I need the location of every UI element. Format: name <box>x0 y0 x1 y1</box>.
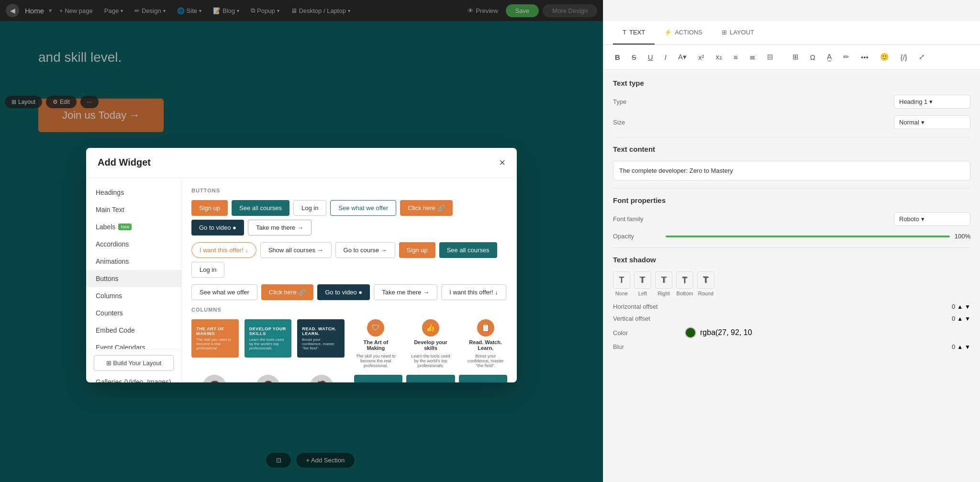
omega-button[interactable]: Ω <box>808 51 817 63</box>
sidebar-item-columns[interactable]: Columns <box>86 287 181 304</box>
color-swatch[interactable] <box>685 327 696 338</box>
v-offset-value: 0 ▲ ▼ <box>952 315 970 322</box>
widget-content-area: BUTTONS Sign up See all courses Log in S… <box>182 178 517 382</box>
sidebar-item-embed-code[interactable]: Embed Code <box>86 322 181 339</box>
avatar-col-2[interactable]: 👨 Develop your skills Learn the tools us… <box>245 375 291 382</box>
sidebar-item-headings[interactable]: Headings <box>86 184 181 201</box>
sidebar-item-counters[interactable]: Counters <box>86 304 181 322</box>
icon-col-3[interactable]: 📋 Read. Watch. Learn. Boost your confide… <box>464 319 507 368</box>
avatar-columns: 👩 The Art of Making The skill you need t… <box>191 375 345 382</box>
icon-col-title-1: The Art of Making <box>354 339 398 351</box>
strikethrough-button[interactable]: S <box>630 51 638 63</box>
tab-text[interactable]: T TEXT <box>613 21 655 45</box>
h-offset-down[interactable]: ▼ <box>965 303 970 310</box>
list-ol-button[interactable]: ≣ <box>747 51 757 63</box>
underline-button[interactable]: U <box>646 51 655 63</box>
color-value-text: rgba(27, 92, 10 <box>700 328 752 337</box>
btn-take-me-1[interactable]: Take me there → <box>248 220 312 235</box>
expand-button[interactable]: ⤢ <box>917 51 927 63</box>
sidebar-item-animations[interactable]: Animations <box>86 253 181 270</box>
text-content-value: The complete developer: Zero to Mastery <box>619 167 733 174</box>
blur-down[interactable]: ▼ <box>965 344 970 350</box>
shadow-right[interactable]: T Right <box>655 271 672 296</box>
btn-i-want-1[interactable]: I want this offer! ↓ <box>191 242 256 258</box>
col-card-orange[interactable]: THE ART OF MAKING The skill you need to … <box>191 319 239 358</box>
shadow-none[interactable]: T None <box>613 271 630 296</box>
btn-i-want-2[interactable]: I want this offer! ↓ <box>441 284 506 300</box>
font-family-select[interactable]: Roboto ▾ <box>894 212 970 226</box>
sidebar-item-buttons[interactable]: Buttons <box>86 270 181 287</box>
shadow-left[interactable]: T Left <box>634 271 651 296</box>
btn-see-what-1[interactable]: See what we offer <box>330 200 396 216</box>
btn-login-2[interactable]: Log in <box>191 262 224 278</box>
tab-layout-label: LAYOUT <box>730 29 754 36</box>
col-card-teal[interactable]: DEVELOP YOUR SKILLS Learn the tools used… <box>245 319 292 358</box>
btn-take-me-2[interactable]: Take me there → <box>374 284 437 300</box>
superscript-button[interactable]: x² <box>696 51 706 63</box>
shadow-round[interactable]: T Round <box>697 271 714 296</box>
shadow-round-icon: T <box>697 271 714 289</box>
font-props-title: Font properties <box>613 196 970 204</box>
shadow-section: Text shadow T None T Left T Right T Bott… <box>613 256 970 350</box>
btn-click-here-1[interactable]: Click here 🔗 <box>400 200 452 216</box>
btn-show-all-1[interactable]: Show all courses → <box>260 242 332 258</box>
btn-go-course-1[interactable]: Go to course → <box>335 242 395 258</box>
v-offset-down[interactable]: ▼ <box>965 315 970 322</box>
italic-button[interactable]: I <box>663 51 668 63</box>
blur-row: Blur 0 ▲ ▼ <box>613 343 970 350</box>
text-type-section: Text type <box>613 79 970 87</box>
tab-actions-label: ACTIONS <box>675 29 702 36</box>
avatar-col-1[interactable]: 👩 The Art of Making The skill you need t… <box>191 375 237 382</box>
size-select[interactable]: Normal ▾ <box>894 115 970 129</box>
dots-button[interactable]: ••• <box>859 51 870 63</box>
btn-click-here-2[interactable]: Click here 🔗 <box>261 284 313 300</box>
opacity-slider[interactable] <box>666 235 950 237</box>
emoji-button[interactable]: 🙂 <box>878 51 891 63</box>
counter-discount[interactable]: 25% DISCOUNT <box>406 375 455 382</box>
align-button[interactable]: ⊟ <box>765 51 775 63</box>
sidebar-item-labels[interactable]: Labels New <box>86 218 181 235</box>
icon-col-2[interactable]: 👍 Develop your skills Learn the tools us… <box>409 319 453 368</box>
columns-section-title: COLUMNS <box>191 307 507 313</box>
type-select[interactable]: Heading 1 ▾ <box>894 95 970 109</box>
edit2-button[interactable]: ✏ <box>841 51 851 63</box>
grid-button[interactable]: ⊞ <box>791 51 801 63</box>
subscript-button[interactable]: x₂ <box>713 51 724 63</box>
counter-courses[interactable]: 5 COURSES <box>354 375 402 382</box>
blur-up[interactable]: ▲ <box>957 344 963 350</box>
btn-see-what-2[interactable]: See what we offer <box>191 284 257 300</box>
h-offset-value: 0 ▲ ▼ <box>952 303 970 310</box>
build-layout-button[interactable]: ⊞ Build Your Layout <box>94 355 174 371</box>
col-card-text-1: The skill you need to become a real prof… <box>196 337 234 350</box>
icon-col-desc-3: Boost your confidence, master "the field… <box>464 354 507 368</box>
btn-signup-2[interactable]: Sign up <box>399 242 435 258</box>
modal-close-button[interactable]: × <box>499 157 505 169</box>
counter-savings[interactable]: $150 SAVINGS <box>459 375 507 382</box>
underline2-button[interactable]: A̲ <box>825 51 834 63</box>
btn-go-video-1[interactable]: Go to video ● <box>191 220 244 235</box>
buttons-row-1: Sign up See all courses Log in See what … <box>191 200 507 235</box>
btn-see-all-1[interactable]: See all courses <box>232 200 290 216</box>
list-ul-button[interactable]: ≡ <box>732 51 740 63</box>
icon-col-1[interactable]: 🛡 The Art of Making The skill you need t… <box>354 319 398 368</box>
shadow-bottom[interactable]: T Bottom <box>676 271 693 296</box>
btn-go-video-2[interactable]: Go to video ● <box>317 284 370 300</box>
font-family-label: Font family <box>613 215 661 223</box>
color-a-button[interactable]: A▾ <box>676 51 689 63</box>
avatar-placeholder-3: 🧑 <box>310 375 334 382</box>
tab-actions[interactable]: ⚡ ACTIONS <box>655 21 712 45</box>
btn-see-all-2[interactable]: See all courses <box>439 242 497 258</box>
btn-login-1[interactable]: Log in <box>293 200 326 216</box>
v-offset-up[interactable]: ▲ <box>957 315 963 322</box>
tab-layout[interactable]: ⊞ LAYOUT <box>712 21 764 45</box>
avatar-col-3[interactable]: 🧑 Read. Watch. Learn. Boost your confide… <box>299 375 345 382</box>
code2-button[interactable]: {/} <box>899 51 909 63</box>
h-offset-up[interactable]: ▲ <box>957 303 963 310</box>
text-content-box[interactable]: The complete developer: Zero to Mastery <box>613 161 970 180</box>
col-card-dark[interactable]: READ. WATCH. LEARN. Boost your confidenc… <box>297 319 345 358</box>
sidebar-item-main-text[interactable]: Main Text <box>86 201 181 218</box>
sidebar-item-accordions[interactable]: Accordions <box>86 235 181 253</box>
modal-title: Add Widget <box>98 157 151 168</box>
btn-signup-1[interactable]: Sign up <box>191 200 228 216</box>
bold-button[interactable]: B <box>613 51 622 63</box>
